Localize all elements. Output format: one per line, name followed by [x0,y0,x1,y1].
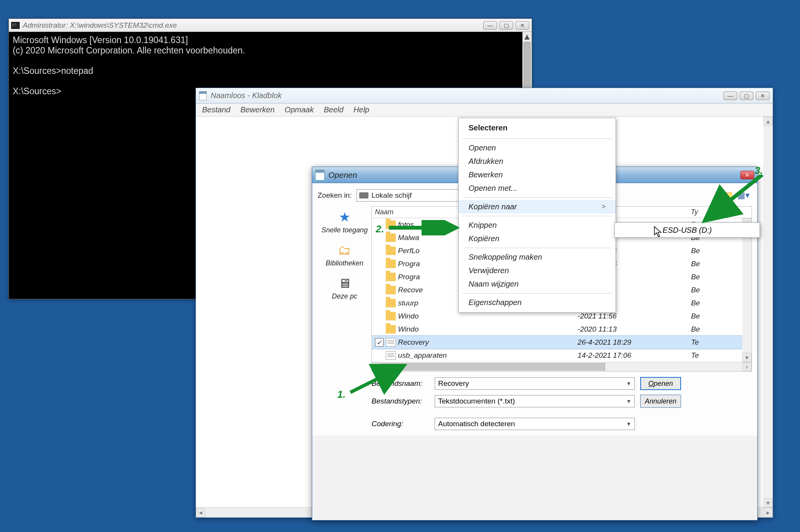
menu-item-open[interactable]: Openen [459,141,616,155]
minimize-button[interactable]: — [483,21,497,30]
disk-icon [359,192,368,198]
svg-line-2 [705,175,762,221]
svg-line-0 [350,365,404,392]
annotation-label-2: 2. [376,223,384,235]
filename-input[interactable]: Recovery ▼ [435,377,635,390]
menu-item-shortcut[interactable]: Snelkoppeling maken [459,250,616,264]
open-button[interactable]: Openen [640,377,681,390]
menu-item-rename[interactable]: Naam wijzigen [459,277,616,291]
star-icon: ★ [339,209,350,225]
folder-icon [386,312,396,320]
folder-icon [386,286,396,294]
filetype-label: Bestandstypen: [372,397,429,405]
annotation-label-3: 3. [755,165,763,177]
file-row[interactable]: ✓Recovery26-4-2021 18:29Te [372,336,751,349]
menu-item-open-with[interactable]: Openen met... [459,182,616,195]
cmd-line-3: X:\Sources>notepad [13,66,93,76]
filename-value: Recovery [438,379,469,388]
folder-icon [386,247,396,255]
scroll-down-icon[interactable]: ▾ [763,498,773,507]
menu-edit[interactable]: Bewerken [236,104,279,116]
menu-file[interactable]: Bestand [197,104,235,116]
row-checkbox[interactable]: ✓ [375,338,383,347]
menu-item-edit[interactable]: Bewerken [459,168,616,182]
close-button[interactable]: ✕ [756,92,770,100]
place-label: Snelle toegang [321,226,368,234]
computer-icon: 🖥 [338,276,351,291]
cmd-title: Administrator: X:\windows\SYSTEM32\cmd.e… [23,21,483,30]
annotation-label-1: 1. [337,389,346,400]
scroll-up-icon[interactable]: ▴ [763,117,773,126]
look-in-value: Lokale schijf [372,191,412,200]
maximize-button[interactable]: ▢ [499,21,513,30]
file-name: Recovery [398,338,578,347]
encoding-value: Automatisch detecteren [438,420,515,428]
cmd-line-4: X:\Sources> [13,86,61,96]
place-this-pc[interactable]: 🖥 Deze pc [332,276,357,300]
menu-separator [462,138,612,139]
folder-icon [386,325,396,334]
place-libraries[interactable]: 🗂 Bibliotheken [326,243,363,267]
scroll-right-icon[interactable]: ▸ [763,508,773,517]
notepad-window-controls: — ▢ ✕ [723,92,770,100]
file-list-hscroll[interactable]: ‹ › [372,362,751,371]
file-icon [386,351,396,360]
scroll-down-icon[interactable]: ▾ [742,353,751,362]
menu-format[interactable]: Opmaak [280,104,318,116]
cmd-line-1: Microsoft Windows [Version 10.0.19041.63… [13,35,188,45]
cursor-icon [654,226,663,238]
libraries-icon: 🗂 [338,243,351,258]
folder-icon [386,273,396,281]
encoding-combo[interactable]: Automatisch detecteren ▼ [435,418,635,430]
menu-view[interactable]: Beeld [319,104,348,116]
place-label: Deze pc [332,292,357,300]
cmd-line-2: (c) 2020 Microsoft Corporation. Alle rec… [13,45,245,55]
scroll-up-icon[interactable]: ▲ [522,32,532,41]
file-row[interactable]: Windo-2020 11:13Be [372,323,751,336]
chevron-down-icon[interactable]: ▼ [626,421,631,427]
folder-icon [386,260,396,268]
menu-separator [462,293,612,294]
menu-item-properties[interactable]: Eigenschappen [459,296,616,309]
place-label: Bibliotheken [326,259,363,267]
file-name: usb_apparaten [398,351,578,360]
dialog-icon [315,170,325,180]
context-menu: Selecteren Openen Afdrukken Bewerken Ope… [458,118,616,313]
close-button[interactable]: ✕ [515,21,529,30]
file-name: Windo [398,325,578,334]
notepad-icon [199,91,207,100]
annotation-arrow-2 [389,220,462,235]
cancel-button[interactable]: Annuleren [640,395,681,408]
chevron-down-icon[interactable]: ▼ [626,380,631,387]
cmd-window-controls: — ▢ ✕ [483,21,529,30]
menu-item-print[interactable]: Afdrukken [459,155,616,168]
annotation-arrow-3 [693,175,766,228]
menu-separator [462,248,612,248]
menu-item-cut[interactable]: Knippen [459,218,616,232]
minimize-button[interactable]: — [723,92,737,100]
scroll-right-icon[interactable]: › [742,362,751,371]
maximize-button[interactable]: ▢ [740,92,753,100]
places-bar: ★ Snelle toegang 🗂 Bibliotheken 🖥 Deze p… [318,206,372,372]
file-list-vscroll[interactable]: ▴ ▾ [742,218,751,362]
cmd-icon [11,22,20,29]
file-date: -2021 11:56 [577,312,691,320]
menu-help[interactable]: Help [349,104,374,116]
file-row[interactable]: usb_apparaten14-2-2021 17:06Te [372,349,751,362]
filetype-value: Tekstdocumenten (*.txt) [438,397,515,405]
cmd-titlebar[interactable]: Administrator: X:\windows\SYSTEM32\cmd.e… [9,19,532,32]
menu-item-copy[interactable]: Kopiëren [459,232,616,245]
scroll-left-icon[interactable]: ◂ [196,508,205,517]
menu-item-delete[interactable]: Verwijderen [459,264,616,277]
file-date: 14-2-2021 17:06 [577,351,691,360]
context-menu-header[interactable]: Selecteren [459,121,616,136]
chevron-down-icon[interactable]: ▼ [626,398,631,404]
filetype-combo[interactable]: Tekstdocumenten (*.txt) ▼ [435,395,635,407]
menu-item-copy-to[interactable]: Kopiëren naar [459,200,616,213]
menu-separator [462,197,612,198]
notepad-menubar: Bestand Bewerken Opmaak Beeld Help [196,103,773,117]
place-quick-access[interactable]: ★ Snelle toegang [321,209,368,234]
file-icon [386,338,396,347]
menu-separator [462,216,612,216]
notepad-titlebar[interactable]: Naamloos - Kladblok — ▢ ✕ [196,88,773,103]
